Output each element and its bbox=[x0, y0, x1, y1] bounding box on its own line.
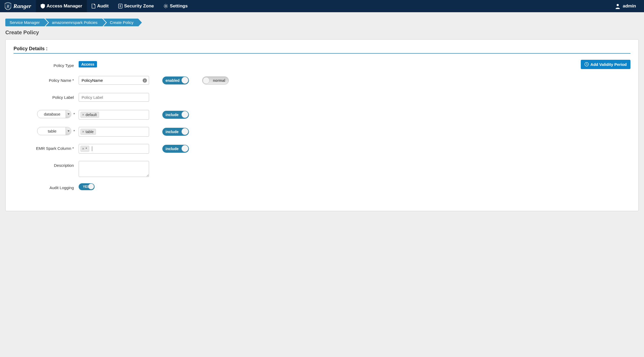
add-validity-button[interactable]: Add Validity Period bbox=[581, 60, 630, 69]
shield-logo-icon: R bbox=[5, 2, 11, 10]
remove-tag-icon[interactable]: ✕ bbox=[82, 130, 84, 134]
database-dropdown[interactable]: database bbox=[37, 110, 71, 118]
policy-name-input[interactable] bbox=[79, 76, 149, 85]
breadcrumb: Service Manager amazonemrspark Policies … bbox=[5, 19, 639, 26]
tag-database-default: ✕ default bbox=[80, 112, 99, 118]
toggle-include-database[interactable]: include bbox=[162, 111, 189, 119]
label-description: Description bbox=[14, 161, 79, 168]
bolt-icon bbox=[118, 4, 122, 8]
label-audit-logging: Audit Logging bbox=[14, 183, 79, 190]
shield-icon bbox=[41, 4, 45, 8]
nav-access-manager[interactable]: Access Manager bbox=[36, 0, 87, 12]
nav-audit[interactable]: Audit bbox=[87, 0, 113, 12]
policy-panel: Policy Details : Policy Type Access Add … bbox=[5, 39, 639, 211]
page-title: Create Policy bbox=[5, 29, 639, 36]
clock-icon bbox=[584, 62, 589, 66]
required-star: * bbox=[73, 112, 75, 116]
description-textarea[interactable] bbox=[79, 161, 149, 177]
policy-type-badge: Access bbox=[79, 61, 97, 67]
toggle-normal[interactable]: normal bbox=[202, 76, 229, 84]
remove-tag-icon[interactable]: ✕ bbox=[82, 147, 84, 151]
info-icon[interactable]: i bbox=[143, 78, 147, 83]
nav-settings[interactable]: Settings bbox=[159, 0, 192, 12]
tag-table: ✕ table bbox=[80, 129, 96, 135]
label-policy-type: Policy Type bbox=[14, 61, 79, 68]
toggle-audit-logging[interactable]: YES bbox=[79, 183, 95, 190]
label-spark-column: EMR Spark Column * bbox=[14, 144, 79, 151]
chevron-down-icon bbox=[66, 110, 71, 118]
chevron-down-icon bbox=[66, 127, 71, 135]
nav-user[interactable]: admin bbox=[615, 3, 644, 9]
remove-tag-icon[interactable]: ✕ bbox=[82, 113, 84, 117]
toggle-include-table[interactable]: include bbox=[162, 128, 189, 136]
required-star: * bbox=[73, 129, 75, 133]
breadcrumb-policies[interactable]: amazonemrspark Policies bbox=[45, 19, 102, 26]
svg-text:R: R bbox=[7, 5, 9, 8]
column-tag-input[interactable]: ✕ * bbox=[79, 144, 149, 154]
toggle-enabled[interactable]: enabled bbox=[162, 76, 189, 84]
document-icon bbox=[92, 4, 95, 8]
breadcrumb-create[interactable]: Create Policy bbox=[103, 19, 138, 26]
breadcrumb-service-manager[interactable]: Service Manager bbox=[5, 19, 44, 26]
top-nav: R Ranger Access Manager Audit Security Z… bbox=[0, 0, 644, 12]
policy-label-input[interactable] bbox=[79, 93, 149, 102]
tag-column-star: ✕ * bbox=[80, 146, 89, 152]
brand-name: Ranger bbox=[13, 3, 31, 10]
section-title: Policy Details : bbox=[14, 46, 630, 54]
gear-icon bbox=[163, 4, 168, 8]
table-dropdown[interactable]: table bbox=[37, 127, 71, 135]
input-cursor bbox=[92, 146, 92, 151]
toggle-include-column[interactable]: include bbox=[162, 145, 189, 153]
svg-point-2 bbox=[165, 5, 167, 7]
nav-security-zone[interactable]: Security Zone bbox=[113, 0, 159, 12]
brand-logo[interactable]: R Ranger bbox=[0, 0, 36, 12]
svg-point-3 bbox=[617, 4, 619, 6]
user-icon bbox=[615, 3, 621, 9]
database-tag-input[interactable]: ✕ default bbox=[79, 110, 149, 120]
label-policy-label: Policy Label bbox=[14, 93, 79, 100]
table-tag-input[interactable]: ✕ table bbox=[79, 127, 149, 137]
label-policy-name: Policy Name * bbox=[14, 76, 79, 83]
